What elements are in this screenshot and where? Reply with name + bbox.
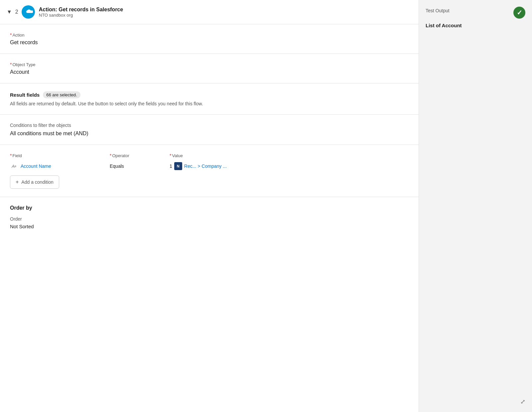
header-subtitle: NTO sandbox org [39, 13, 123, 18]
step-number: 2 [15, 9, 18, 15]
order-value[interactable]: Not Sorted [10, 224, 409, 229]
side-panel: Test Output ✓ List of Account [419, 0, 532, 412]
result-fields-label: Result fields [10, 92, 40, 98]
add-condition-label: Add a condition [21, 179, 54, 185]
action-required-star: * [10, 32, 12, 38]
filter-cell-value[interactable]: 1 N Rec... > Company ... [170, 162, 409, 170]
expand-icon[interactable]: ⤢ [520, 398, 525, 405]
filter-cell-operator[interactable]: Equals [110, 163, 170, 169]
field-type-icon: Aa [10, 163, 18, 169]
filter-section: * Field * Operator * Value Aa [0, 145, 419, 197]
header-text-group: Action: Get records in Salesforce NTO sa… [39, 7, 123, 18]
conditions-label: Conditions to filter the objects [10, 123, 409, 128]
object-type-value: Account [10, 69, 409, 75]
object-type-label: * Object Type [10, 62, 409, 67]
object-type-section: * Object Type Account [0, 54, 419, 83]
conditions-value[interactable]: All conditions must be met (AND) [10, 131, 409, 137]
result-fields-description: All fields are returned by default. Use … [10, 101, 409, 106]
filter-header-field: * Field [10, 153, 110, 158]
value-icon: N [174, 162, 182, 170]
side-panel-inner: Test Output ✓ List of Account [426, 7, 525, 28]
header-title: Action: Get records in Salesforce [39, 7, 123, 13]
value-link[interactable]: Rec... > Company ... [184, 163, 227, 169]
order-by-title: Order by [10, 205, 409, 211]
plus-icon: + [16, 179, 19, 185]
object-type-required-star: * [10, 62, 12, 67]
filter-header-value: * Value [170, 153, 409, 158]
add-condition-button[interactable]: + Add a condition [10, 175, 59, 189]
action-label: * Action [10, 32, 409, 38]
action-section: * Action Get records [0, 24, 419, 54]
main-content: * Action Get records * Object Type Accou… [0, 24, 419, 237]
action-value: Get records [10, 40, 409, 46]
filter-cell-field[interactable]: Aa Account Name [10, 163, 110, 169]
filter-row: Aa Account Name Equals 1 N Rec... > Comp… [10, 162, 409, 170]
success-check-icon: ✓ [513, 7, 525, 19]
result-fields-row: Result fields 66 are selected. [10, 91, 409, 98]
result-fields-badge[interactable]: 66 are selected. [43, 91, 80, 98]
salesforce-logo [22, 5, 35, 19]
order-label: Order [10, 216, 409, 222]
test-output-label: Test Output [426, 8, 450, 13]
value-number: 1 [170, 163, 172, 169]
account-name-link[interactable]: Account Name [21, 163, 51, 169]
filter-headers: * Field * Operator * Value [10, 153, 409, 158]
action-header: ▼ 2 Action: Get records in Salesforce NT… [0, 0, 419, 24]
filter-header-operator: * Operator [110, 153, 170, 158]
test-output-value: List of Account [426, 23, 525, 28]
collapse-chevron[interactable]: ▼ [7, 9, 12, 15]
result-fields-section: Result fields 66 are selected. All field… [0, 83, 419, 115]
conditions-section: Conditions to filter the objects All con… [0, 115, 419, 145]
order-by-section: Order by Order Not Sorted [0, 197, 419, 237]
